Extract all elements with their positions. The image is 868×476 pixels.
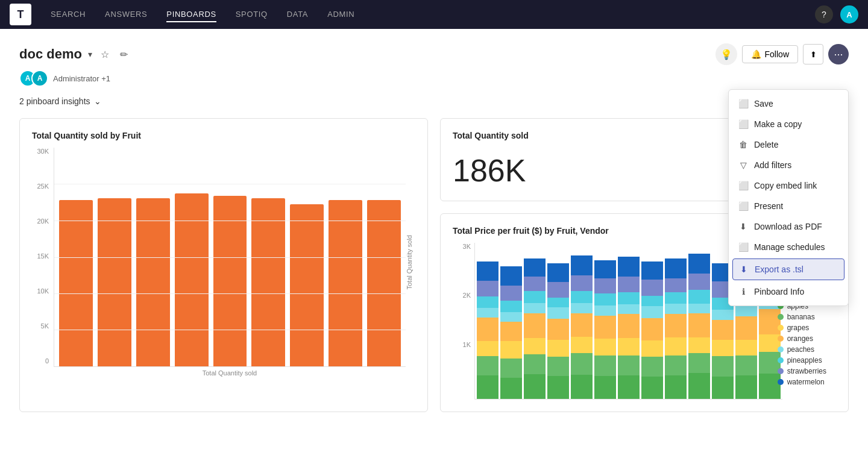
menu-present[interactable]: ⬜ Present	[729, 196, 848, 216]
pinboard-actions: 💡 🔔 Follow ⬆ ···	[715, 43, 849, 65]
legend-oranges: oranges	[778, 334, 826, 343]
y-label-15k: 15K	[37, 252, 49, 260]
menu-export-label: Export as .tsl	[755, 265, 804, 274]
bar-2[interactable]	[98, 198, 131, 367]
user-avatar-nav[interactable]: A	[840, 5, 858, 23]
nav-items: SEARCH ANSWERS PINBOARDS SPOTIQ DATA ADM…	[51, 7, 796, 22]
legend-dot-watermelon	[778, 379, 784, 385]
chart-card-1: Total Quantity sold by Fruit 30K 25K 20K…	[19, 118, 428, 412]
y-label-0: 0	[45, 357, 49, 365]
bar-1[interactable]	[59, 200, 93, 366]
embed-icon: ⬜	[738, 181, 748, 190]
menu-download-pdf[interactable]: ⬇ Download as PDF	[729, 216, 848, 237]
y-label-10k: 10K	[37, 287, 49, 295]
stacked-col-10[interactable]	[688, 254, 710, 399]
legend-label-oranges: oranges	[787, 334, 813, 343]
nav-right: ? A	[815, 5, 858, 23]
legend-pineapples: pineapples	[778, 356, 826, 365]
menu-filter-label: Add filters	[754, 160, 791, 170]
main-content: doc demo ▾ ☆ ✏ 💡 🔔 Follow ⬆ ··· A A Admi…	[0, 29, 868, 476]
legend-label-peaches: peaches	[787, 345, 814, 354]
info-icon: ℹ	[738, 287, 748, 296]
y-label-25k: 25K	[37, 183, 49, 190]
menu-present-label: Present	[754, 201, 783, 211]
menu-copy-embed[interactable]: ⬜ Copy embed link	[729, 175, 848, 196]
menu-copy-label: Make a copy	[754, 119, 802, 129]
filter-icon: ▽	[738, 160, 748, 170]
insights-label: 2 pinboard insights	[19, 96, 90, 106]
stacked-col-7[interactable]	[618, 257, 640, 399]
y-label-30k: 30K	[37, 148, 49, 155]
follow-button[interactable]: 🔔 Follow	[742, 45, 798, 63]
menu-save-label: Save	[754, 99, 773, 108]
legend-label-strawberries: strawberries	[787, 367, 826, 375]
stacked-col-8[interactable]	[641, 261, 663, 399]
stacked-col-3[interactable]	[524, 258, 546, 399]
legend-peaches: peaches	[778, 345, 826, 354]
legend-watermelon: watermelon	[778, 378, 826, 386]
chart-grid: Total Quantity sold by Fruit 30K 25K 20K…	[19, 118, 849, 412]
nav-pinboards[interactable]: PINBOARDS	[166, 7, 216, 22]
help-button[interactable]: ?	[815, 5, 833, 23]
follow-icon: 🔔	[751, 49, 761, 59]
menu-make-copy[interactable]: ⬜ Make a copy	[729, 114, 848, 134]
menu-manage-schedules[interactable]: ⬜ Manage schedules	[729, 237, 848, 257]
save-icon: ⬜	[738, 99, 748, 108]
schedule-icon: ⬜	[738, 242, 748, 252]
stacked-y-3k: 3K	[463, 243, 471, 250]
stacked-y-2k: 2K	[463, 292, 471, 299]
chart1-title: Total Quantity sold by Fruit	[32, 131, 415, 140]
insights-chevron: ⌄	[94, 96, 101, 106]
bar-6[interactable]	[251, 198, 285, 367]
stacked-col-9[interactable]	[665, 258, 687, 399]
legend-label-grapes: grapes	[787, 324, 810, 332]
bar-4[interactable]	[175, 193, 209, 366]
edit-button[interactable]: ✏	[118, 46, 130, 63]
x-axis-label: Total Quantity sold	[54, 369, 406, 377]
menu-add-filters[interactable]: ▽ Add filters	[729, 155, 848, 175]
menu-delete[interactable]: 🗑 Delete	[729, 134, 848, 155]
nav-answers[interactable]: ANSWERS	[105, 7, 147, 22]
more-button[interactable]: ···	[828, 44, 849, 64]
pinboard-header: doc demo ▾ ☆ ✏ 💡 🔔 Follow ⬆ ···	[19, 43, 849, 65]
nav-spotiq[interactable]: SPOTIQ	[236, 7, 268, 22]
menu-pinboard-info[interactable]: ℹ Pinboard Info	[729, 281, 848, 302]
insights-button[interactable]: 💡	[715, 43, 737, 65]
app-logo[interactable]: T	[10, 4, 31, 25]
bar-8[interactable]	[329, 200, 362, 366]
share-button[interactable]: ⬆	[803, 44, 823, 64]
insights-row[interactable]: 2 pinboard insights ⌄	[19, 96, 849, 106]
menu-export-tsl[interactable]: ⬇ Export as .tsl	[732, 258, 844, 280]
legend-bananas: bananas	[778, 313, 826, 321]
bar-7[interactable]	[290, 204, 324, 366]
y-label-20k: 20K	[37, 218, 49, 225]
export-icon: ⬇	[739, 265, 749, 274]
present-icon: ⬜	[738, 201, 748, 211]
bar-5[interactable]	[213, 196, 247, 366]
stacked-col-1[interactable]	[477, 261, 498, 399]
nav-data[interactable]: DATA	[287, 7, 308, 22]
menu-save[interactable]: ⬜ Save	[729, 93, 848, 114]
star-button[interactable]: ☆	[98, 46, 112, 63]
nav-search[interactable]: SEARCH	[51, 7, 86, 22]
bar-3[interactable]	[136, 198, 170, 367]
delete-icon: 🗑	[738, 140, 748, 149]
avatar-2: A	[31, 70, 48, 87]
menu-delete-label: Delete	[754, 140, 778, 149]
dropdown-menu: ⬜ Save ⬜ Make a copy 🗑 Delete ▽ Add filt…	[728, 89, 849, 306]
bar-9[interactable]	[367, 200, 401, 366]
legend-dot-oranges	[778, 336, 784, 342]
nav-admin[interactable]: ADMIN	[327, 7, 354, 22]
menu-schedule-label: Manage schedules	[754, 242, 825, 252]
stacked-col-2[interactable]	[500, 266, 522, 399]
stacked-col-5[interactable]	[571, 255, 593, 399]
stacked-col-4[interactable]	[547, 263, 569, 399]
legend-dot-pineapples	[778, 357, 784, 363]
y-label-5k: 5K	[41, 322, 49, 330]
stacked-col-6[interactable]	[594, 260, 616, 399]
title-dropdown-icon[interactable]: ▾	[88, 49, 92, 59]
download-pdf-icon: ⬇	[738, 222, 748, 231]
admin-label: Administrator +1	[53, 74, 110, 83]
legend-dot-grapes	[778, 325, 784, 331]
legend-label-watermelon: watermelon	[787, 378, 825, 386]
